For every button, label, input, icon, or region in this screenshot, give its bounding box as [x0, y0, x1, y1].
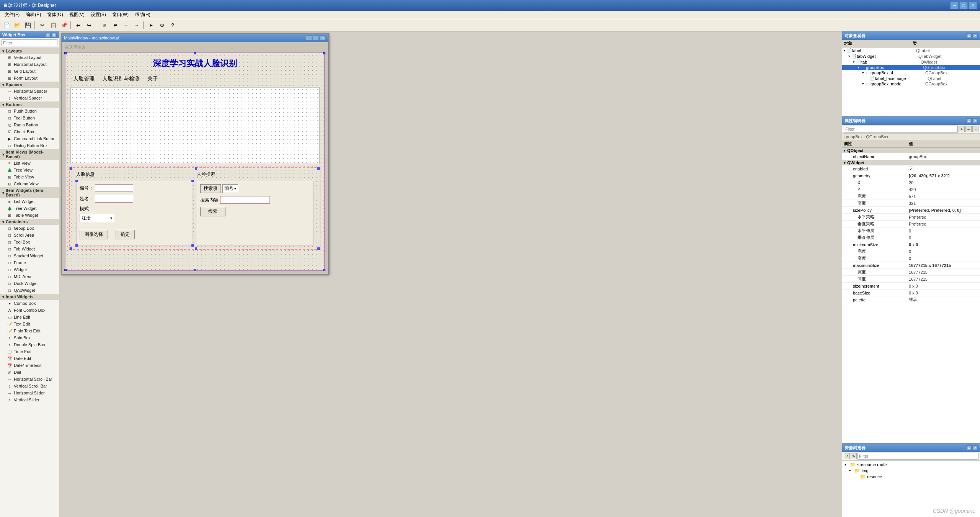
widget-tree-view[interactable]: 🌲 Tree View: [0, 167, 59, 173]
menu-file[interactable]: 文件(F): [2, 11, 23, 19]
widget-vertical-slider[interactable]: ↕ Vertical Slider: [0, 396, 59, 403]
widget-table-view[interactable]: ⊞ Table View: [0, 173, 59, 180]
pe-row-maxsize[interactable]: maximumSize 16777215 x 16777215: [842, 262, 980, 269]
widget-grid-layout[interactable]: ⊞ Grid Layout: [0, 68, 59, 75]
oi-row-groupbox4[interactable]: ▾ □ groupBox_4 QGroupBox: [842, 70, 980, 75]
tb-settings[interactable]: ⚙: [157, 21, 167, 30]
handle-bot-right[interactable]: [317, 247, 320, 250]
widget-horizontal-scrollbar[interactable]: ↔ Horizontal Scroll Bar: [0, 376, 59, 383]
widget-horizontal-spacer[interactable]: ↔ Horizontal Spacer: [0, 88, 59, 95]
search-content-input[interactable]: [220, 196, 270, 204]
design-menu-face-detect[interactable]: 人脸识别与检测: [102, 75, 140, 82]
gb-handle-tr[interactable]: [191, 180, 194, 182]
menu-help[interactable]: 帮助(H): [132, 11, 154, 19]
category-buttons[interactable]: Buttons: [0, 101, 59, 108]
widget-line-edit[interactable]: ▭ Line Edit: [0, 314, 59, 321]
pe-row-basesize[interactable]: baseSize 0 x 0: [842, 290, 980, 296]
category-spacers[interactable]: Spacers: [0, 82, 59, 88]
pe-row-vpolicy[interactable]: 垂直策略 Preferred: [842, 221, 980, 227]
handle-tl[interactable]: [64, 52, 67, 54]
design-right-content[interactable]: 搜索项 编号 ▾ 搜索内容: [197, 181, 314, 246]
pe-minus-btn[interactable]: –: [965, 126, 972, 132]
tb-paste[interactable]: 📌: [59, 21, 69, 30]
tb-widget-editor[interactable]: ⊞: [99, 21, 109, 30]
category-layouts[interactable]: Layouts: [0, 48, 59, 54]
widget-check-box[interactable]: ☑ Check Box: [0, 128, 59, 135]
gb-handle-bl[interactable]: [75, 244, 78, 247]
widget-text-edit[interactable]: 📝 Text Edit: [0, 321, 59, 327]
handle-tr[interactable]: [323, 52, 325, 54]
widget-dialog-button-box[interactable]: □ Dialog Button Box: [0, 142, 59, 149]
widget-double-spin-box[interactable]: ↕ Double Spin Box: [0, 341, 59, 348]
pe-row-geometry[interactable]: geometry [(20, 420), 571 x 321]: [842, 172, 980, 179]
widget-dock-widget[interactable]: □ Dock Widget: [0, 280, 59, 287]
widget-box-float[interactable]: ⊡: [45, 33, 51, 37]
widget-frame[interactable]: □ Frame: [0, 259, 59, 266]
menu-form[interactable]: 窗体(O): [44, 11, 66, 19]
tb-undo[interactable]: ↩: [74, 21, 83, 30]
tb-new[interactable]: 📄: [2, 21, 11, 30]
tb-buddies[interactable]: ⊹: [121, 21, 131, 30]
pe-row-sizepolicy[interactable]: sizePolicy [Preferred, Preferred, 0, 0]: [842, 207, 980, 214]
handle-top-mid[interactable]: [195, 167, 197, 170]
widget-tool-button[interactable]: □ Tool Button: [0, 115, 59, 121]
widget-datetime-edit[interactable]: 📅 Date/Time Edit: [0, 362, 59, 369]
pe-row-palette[interactable]: palette 继承: [842, 296, 980, 303]
gb-handle-tl[interactable]: [75, 180, 78, 182]
pe-row-height[interactable]: 高度 321: [842, 200, 980, 207]
category-input-widgets[interactable]: Input Widgets: [0, 294, 59, 300]
pe-row-hstretch[interactable]: 水平伸展 0: [842, 227, 980, 234]
pe-filter-input[interactable]: [844, 126, 958, 133]
widget-date-edit[interactable]: 📅 Date Edit: [0, 355, 59, 362]
menu-settings[interactable]: 设置(S): [88, 11, 109, 19]
design-image-area[interactable]: [70, 87, 319, 164]
menu-edit[interactable]: 编辑(E): [23, 11, 44, 19]
tb-signal-slot[interactable]: ⇌: [110, 21, 120, 30]
design-menu-about[interactable]: 关于: [147, 75, 158, 82]
menu-window[interactable]: 窗口(W): [109, 11, 132, 19]
pe-row-maxwidth[interactable]: 宽度 16777215: [842, 269, 980, 276]
handle-top-right[interactable]: [317, 167, 320, 170]
gb-handle-br[interactable]: [191, 244, 194, 247]
widget-form-layout[interactable]: ⊞ Form Layout: [0, 75, 59, 82]
widget-horizontal-slider[interactable]: ↔ Horizontal Slider: [0, 389, 59, 396]
tb-redo[interactable]: ↪: [84, 21, 94, 30]
pe-row-y[interactable]: Y 420: [842, 186, 980, 193]
mode-combo[interactable]: 注册: [80, 214, 114, 222]
widget-mdi-area[interactable]: □ MDI Area: [0, 273, 59, 280]
main-window-design[interactable]: 深度学习实战人脸识别 人脸管理 人脸识别与检测 关于: [65, 52, 325, 271]
close-button[interactable]: ✕: [969, 2, 977, 9]
widget-time-edit[interactable]: 🕐 Time Edit: [0, 348, 59, 355]
widget-box-close[interactable]: ✕: [51, 33, 57, 37]
widget-widget[interactable]: □ Widget: [0, 266, 59, 273]
pe-float-btn[interactable]: ⊡: [966, 118, 972, 123]
handle-bot-left[interactable]: [70, 247, 72, 250]
category-containers[interactable]: Containers: [0, 219, 59, 225]
handle-br[interactable]: [323, 269, 325, 271]
design-menu-face-mgmt[interactable]: 人脸管理: [73, 75, 95, 82]
oi-row-label[interactable]: ▾ 📄 label QLabel: [842, 47, 980, 53]
widget-column-view[interactable]: ⊟ Column View: [0, 180, 59, 187]
widget-combo-box[interactable]: ▾ Combo Box: [0, 300, 59, 307]
pe-row-vstretch[interactable]: 垂直伸展 0: [842, 234, 980, 241]
widget-group-box[interactable]: □ Group Box: [0, 225, 59, 232]
rb-filter-input[interactable]: [858, 453, 978, 460]
pe-row-width[interactable]: 宽度 571: [842, 193, 980, 200]
input-name[interactable]: [95, 195, 133, 203]
pe-row-maxheight[interactable]: 高度 16777215: [842, 276, 980, 283]
oi-row-groupbox[interactable]: ▾ □ groupBox QGroupBox: [842, 65, 980, 70]
tb-preview[interactable]: ▶: [146, 21, 156, 30]
widget-push-button[interactable]: □ Push Button: [0, 108, 59, 115]
maximize-button[interactable]: □: [959, 2, 968, 9]
oi-row-groupbox-mode[interactable]: ▾ □ groupBox_mode QGroupBox: [842, 81, 980, 87]
rb-refresh-btn[interactable]: ↺: [844, 453, 850, 459]
subwindow-close[interactable]: ✕: [320, 35, 326, 41]
rb-edit-btn[interactable]: ✎: [851, 453, 857, 459]
btn-select-image[interactable]: 图像选择: [80, 230, 108, 239]
rb-close-btn[interactable]: ✕: [972, 445, 978, 450]
handle-bot-mid[interactable]: [195, 247, 197, 250]
widget-list-widget[interactable]: ≡ List Widget: [0, 198, 59, 205]
rb-float-btn[interactable]: ⊡: [966, 445, 972, 450]
pe-row-minsize[interactable]: minimumSize 0 x 0: [842, 241, 980, 248]
pe-row-enabled[interactable]: enabled: [842, 165, 980, 172]
